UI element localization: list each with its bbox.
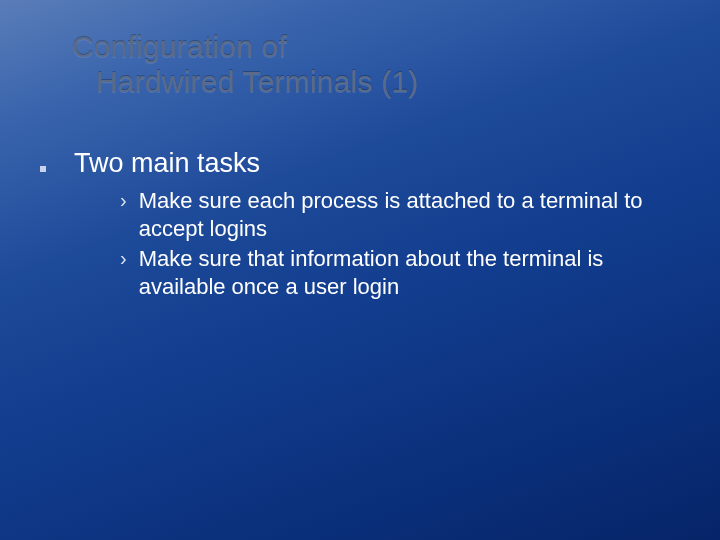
sub-bullet-text: Make sure that information about the ter… [139,245,669,301]
sub-bullet-item: › Make sure that information about the t… [120,245,680,301]
bullet-text: Two main tasks [74,148,260,179]
bullet-item: Two main tasks [40,148,680,179]
slide-title: Configuration of Hardwired Terminals (1) [72,30,418,99]
title-line-2: Hardwired Terminals (1) [72,65,418,100]
title-line-1: Configuration of [72,30,287,63]
chevron-icon: › [120,187,127,213]
slide-content: Two main tasks › Make sure each process … [40,148,680,304]
sub-bullet-list: › Make sure each process is attached to … [40,187,680,302]
bullet-dot-icon [40,166,46,172]
sub-bullet-item: › Make sure each process is attached to … [120,187,680,243]
sub-bullet-text: Make sure each process is attached to a … [139,187,669,243]
chevron-icon: › [120,245,127,271]
slide: Configuration of Hardwired Terminals (1)… [0,0,720,540]
